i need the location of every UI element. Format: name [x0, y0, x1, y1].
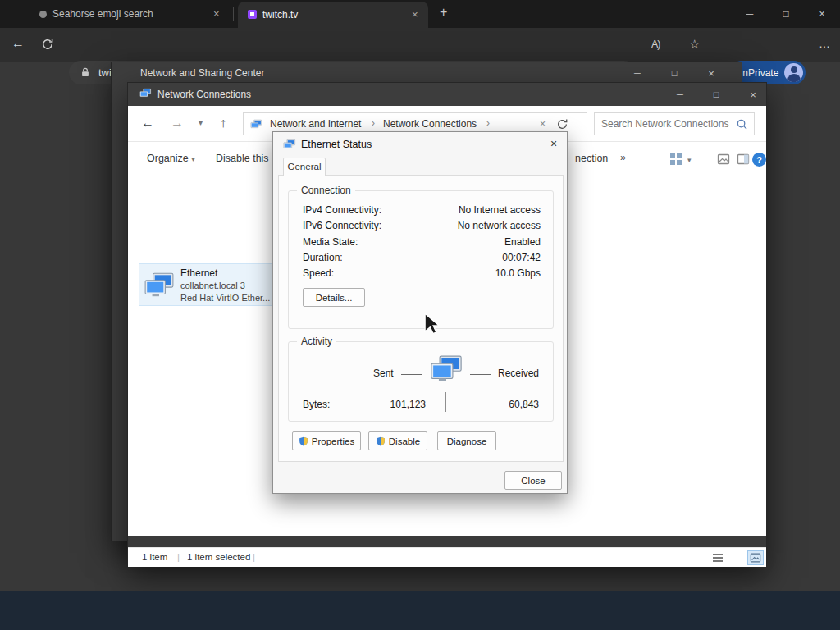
inprivate-label: InPrivate [740, 67, 778, 79]
screen: Seahorse emoji search × twitch.tv × + ─ … [0, 0, 840, 630]
received-connector-line [470, 374, 491, 375]
maximize-button[interactable]: □ [768, 0, 804, 28]
maximize-button[interactable]: □ [660, 62, 688, 84]
row-label: Speed: [303, 267, 334, 279]
ipv6-row: IPv6 Connectivity:No network access [303, 220, 541, 231]
nc-status-bar: 1 item | 1 item selected | [128, 547, 766, 567]
window-bottom-band [128, 536, 766, 547]
speed-row: Speed:10.0 Gbps [303, 267, 541, 279]
row-label: Media State: [303, 236, 358, 248]
new-tab-button[interactable]: + [440, 5, 447, 20]
preview-pane-icon[interactable] [737, 153, 750, 169]
row-label: IPv4 Connectivity: [303, 204, 381, 216]
breadcrumb-location-icon [250, 119, 262, 132]
network-connections-icon [139, 88, 152, 101]
forward-icon[interactable]: → [171, 116, 184, 130]
up-icon[interactable]: ↑ [220, 116, 226, 130]
ethernet-adapter-icon [144, 272, 175, 302]
tab-divider [233, 7, 234, 21]
more-commands-chevron-icon[interactable]: » [620, 152, 626, 163]
browser-window-controls: ─ □ × [732, 0, 840, 28]
large-icons-view-icon[interactable] [717, 153, 730, 169]
connection-name: Ethernet [180, 267, 270, 280]
uac-shield-icon [376, 436, 386, 446]
search-input[interactable] [595, 113, 754, 135]
status-divider: | [177, 552, 180, 562]
breadcrumb-separator-icon: › [372, 117, 375, 129]
ethernet-connection-item[interactable]: Ethernet collabnet.local 3 Red Hat VirtI… [139, 263, 280, 306]
dialog-close-icon[interactable]: × [550, 137, 557, 150]
connection-device: Red Hat VirtIO Ether... [180, 292, 270, 304]
minimize-button[interactable]: ─ [623, 62, 651, 84]
recent-locations-icon[interactable]: ▾ [199, 118, 203, 127]
sent-label: Sent [373, 368, 394, 379]
row-value: 10.0 Gbps [495, 267, 541, 279]
minimize-button[interactable]: ─ [666, 83, 694, 106]
row-value: No Internet access [459, 204, 541, 216]
dialog-titlebar[interactable]: Ethernet Status × [273, 132, 567, 157]
twitch-favicon-icon [248, 10, 257, 19]
favorites-star-icon[interactable]: ☆ [689, 37, 700, 52]
disable-connection-button[interactable]: Disable this [216, 153, 269, 164]
help-icon[interactable]: ? [752, 153, 766, 167]
connection-network: collabnet.local 3 [180, 280, 270, 292]
disable-button[interactable]: Disable [368, 431, 427, 450]
explorer-search-box[interactable] [594, 112, 755, 135]
view-caret-icon[interactable]: ▾ [687, 156, 692, 164]
ethernet-status-icon [283, 139, 296, 153]
close-button[interactable]: × [697, 62, 725, 84]
tab-general[interactable]: General [283, 158, 326, 176]
connection-command-fragment[interactable]: nection [575, 153, 608, 164]
bytes-label: Bytes: [303, 399, 330, 410]
large-icons-view-toggle-icon[interactable] [747, 550, 764, 565]
browser-address-bar: ← twitch.tv/low_plankton_3329 A) ☆ InPri… [0, 28, 840, 62]
details-button[interactable]: Details... [303, 288, 365, 307]
nsc-title: Network and Sharing Center [140, 67, 264, 79]
details-view-toggle-icon[interactable] [711, 551, 724, 568]
mouse-cursor [424, 313, 441, 338]
nsc-titlebar[interactable]: Network and Sharing Center ─ □ × [112, 62, 742, 84]
tab-twitch[interactable]: twitch.tv × [238, 2, 428, 28]
close-button[interactable]: × [739, 83, 767, 106]
read-aloud-icon[interactable]: A) [651, 39, 660, 50]
item-count: 1 item [142, 552, 167, 562]
row-value: Enabled [504, 236, 541, 248]
address-clear-icon[interactable]: × [540, 118, 546, 130]
diagnose-button[interactable]: Diagnose [437, 431, 496, 450]
minimize-button[interactable]: ─ [732, 0, 768, 28]
sent-bytes-value: 101,123 [363, 399, 426, 410]
row-value: 00:07:42 [502, 252, 541, 263]
back-icon[interactable]: ← [141, 116, 154, 130]
nc-title: Network Connections [158, 89, 251, 100]
properties-button[interactable]: Properties [292, 431, 361, 450]
breadcrumb-network-and-internet[interactable]: Network and Internet [270, 118, 361, 130]
received-label: Received [498, 368, 539, 379]
maximize-button[interactable]: □ [702, 83, 730, 106]
lock-icon [80, 66, 91, 80]
row-value: No network access [458, 220, 541, 231]
change-view-icon[interactable] [669, 153, 682, 169]
tab-title: Seahorse emoji search [52, 8, 153, 20]
breadcrumb-separator-icon: › [486, 117, 490, 129]
close-button[interactable]: × [804, 0, 840, 28]
organize-button[interactable]: Organize ▾ [147, 153, 195, 164]
tab-seahorse[interactable]: Seahorse emoji search × [30, 0, 231, 28]
duration-row: Duration:00:07:42 [303, 252, 541, 263]
activity-computers-icon [429, 355, 463, 386]
browser-menu-icon[interactable]: … [819, 37, 830, 50]
bytes-divider [445, 392, 446, 412]
selected-count: 1 item selected [187, 552, 250, 562]
search-icon [736, 118, 748, 133]
close-dialog-button[interactable]: Close [504, 471, 562, 490]
tab-close-icon[interactable]: × [412, 8, 418, 21]
back-icon[interactable]: ← [11, 36, 25, 51]
dialog-title: Ethernet Status [301, 139, 372, 150]
tab-close-icon[interactable]: × [213, 7, 220, 20]
refresh-icon[interactable] [41, 38, 54, 54]
profile-avatar[interactable] [784, 63, 803, 82]
uac-shield-icon [299, 436, 308, 446]
tab-title: twitch.tv [262, 9, 298, 21]
breadcrumb-network-connections[interactable]: Network Connections [383, 118, 477, 130]
nc-titlebar[interactable]: Network Connections ─ □ × [128, 83, 766, 106]
row-label: IPv6 Connectivity: [303, 220, 381, 231]
